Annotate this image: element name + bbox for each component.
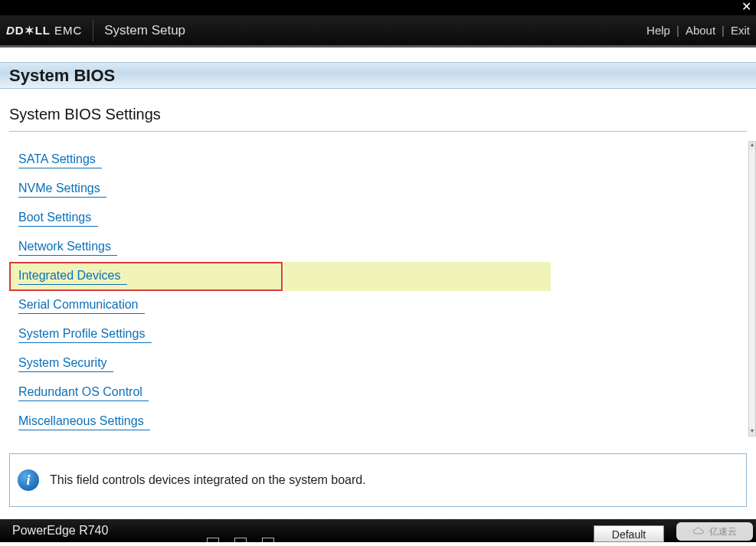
menu-item-network-settings[interactable]: Network Settings	[9, 233, 747, 262]
menu-item-system-security[interactable]: System Security	[9, 349, 747, 378]
menu-item-label: Network Settings	[18, 240, 117, 256]
default-button[interactable]: Default	[594, 525, 664, 542]
app-title: System Setup	[104, 23, 185, 38]
menu-item-serial-communication[interactable]: Serial Communication	[9, 291, 747, 320]
link-sep: |	[722, 24, 725, 37]
watermark: 亿速云	[676, 522, 753, 541]
menu-item-label: Redundant OS Control	[18, 385, 149, 401]
menu-item-label: Boot Settings	[18, 211, 98, 227]
section-title: System BIOS Settings	[9, 106, 747, 123]
page-title-bar: System BIOS	[0, 62, 756, 89]
help-text: This field controls devices integrated o…	[50, 473, 366, 487]
watermark-text: 亿速云	[709, 525, 737, 538]
main-content: System BIOS Settings SATA Settings NVMe …	[0, 89, 756, 436]
settings-menu: SATA Settings NVMe Settings Boot Setting…	[9, 145, 747, 436]
scroll-up-icon[interactable]: ▴	[749, 142, 755, 149]
menu-item-nvme-settings[interactable]: NVMe Settings	[9, 175, 747, 204]
tool-icon[interactable]	[234, 538, 247, 546]
menu-item-label: SATA Settings	[18, 152, 102, 168]
cloud-icon	[692, 527, 706, 536]
menu-item-integrated-devices[interactable]: Integrated Devices	[9, 262, 283, 291]
spacer	[0, 507, 756, 519]
menu-item-label: NVMe Settings	[18, 181, 106, 198]
menu-item-label: Miscellaneous Settings	[18, 414, 150, 430]
menu-item-system-profile-settings[interactable]: System Profile Settings	[9, 320, 747, 349]
header-divider	[93, 20, 93, 41]
menu-item-label: System Security	[18, 356, 113, 372]
menu-item-label: System Profile Settings	[18, 327, 152, 343]
link-sep: |	[676, 24, 679, 37]
scrollbar[interactable]: ▴ ▾	[748, 141, 756, 436]
about-link[interactable]: About	[686, 24, 715, 37]
menu-item-redundant-os-control[interactable]: Redundant OS Control	[9, 378, 747, 407]
info-icon: i	[18, 469, 39, 491]
viewer-toolbar	[207, 538, 274, 546]
tool-icon[interactable]	[207, 538, 219, 546]
menu-item-sata-settings[interactable]: SATA Settings	[9, 145, 747, 175]
spacer	[0, 47, 756, 62]
app-header: D​DELL EMCD✶LL EMC System Setup Help | A…	[0, 15, 756, 47]
menu-item-boot-settings[interactable]: Boot Settings	[9, 204, 747, 233]
exit-link[interactable]: Exit	[731, 24, 750, 37]
help-panel: i This field controls devices integrated…	[9, 453, 747, 507]
menu-item-label: Integrated Devices	[18, 269, 127, 285]
help-link[interactable]: Help	[646, 24, 670, 37]
window-titlebar: ✕	[0, 0, 756, 15]
tool-icon[interactable]	[262, 538, 274, 546]
close-icon[interactable]: ✕	[736, 0, 756, 15]
page-title: System BIOS	[9, 66, 115, 86]
brand-logo: D​DELL EMCD✶LL EMC	[6, 24, 93, 38]
scroll-down-icon[interactable]: ▾	[749, 428, 755, 436]
header-links: Help | About | Exit	[646, 24, 750, 37]
footer-bar: PowerEdge R740 Default 亿速云	[0, 519, 756, 542]
menu-item-miscellaneous-settings[interactable]: Miscellaneous Settings	[9, 407, 747, 436]
system-model: PowerEdge R740	[12, 524, 108, 538]
menu-item-label: Serial Communication	[18, 298, 145, 314]
section-underline	[9, 131, 747, 132]
